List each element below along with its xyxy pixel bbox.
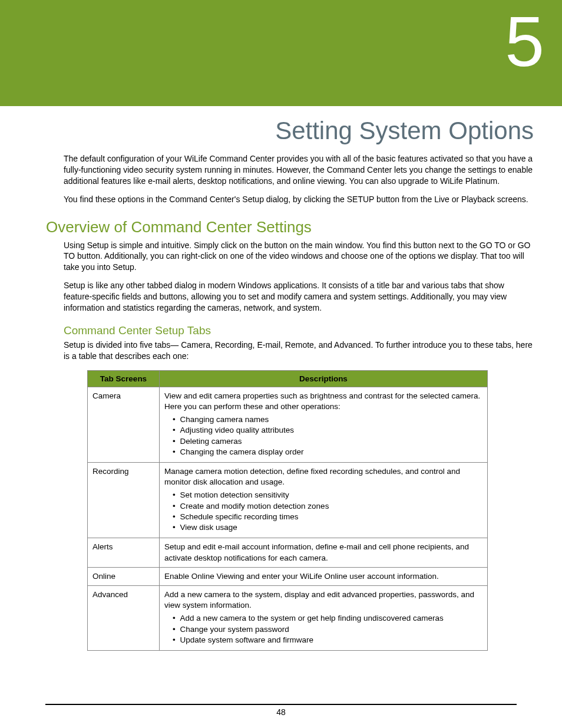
bullet-list: Add a new camera to the system or get he… xyxy=(164,613,482,645)
table-row: CameraView and edit camera properties su… xyxy=(88,387,488,462)
tab-description-cell: Setup and edit e-mail account informatio… xyxy=(160,538,488,567)
overview-paragraph-1: Using Setup is simple and intuitive. Sim… xyxy=(64,240,534,274)
tab-description-text: Setup and edit e-mail account informatio… xyxy=(164,542,482,563)
tab-description-text: Add a new camera to the system, display … xyxy=(164,589,482,611)
table-header-row: Tab Screens Descriptions xyxy=(88,370,488,387)
bullet-item: Adjusting video quality attributes xyxy=(180,425,482,436)
bullet-item: View disk usage xyxy=(180,522,482,533)
tab-description-cell: Manage camera motion detection, define f… xyxy=(160,463,488,538)
chapter-title: Setting System Options xyxy=(0,117,534,145)
tab-name-cell: Alerts xyxy=(88,538,160,567)
bullet-item: Changing camera names xyxy=(180,414,482,425)
page-container: 5 Setting System Options The default con… xyxy=(0,0,562,728)
overview-section: Overview of Command Center Settings xyxy=(0,218,562,236)
tab-description-cell: Enable Online Viewing and enter your WiL… xyxy=(160,567,488,585)
chapter-banner: 5 xyxy=(0,0,562,106)
bullet-item: Set motion detection sensitivity xyxy=(180,490,482,500)
bullet-list: Set motion detection sensitivityCreate a… xyxy=(164,490,482,533)
overview-body: Using Setup is simple and intuitive. Sim… xyxy=(0,240,562,314)
tab-description-text: Manage camera motion detection, define f… xyxy=(164,466,482,487)
bullet-item: Create and modify motion detection zones xyxy=(180,501,482,512)
tab-description-text: View and edit camera properties such as … xyxy=(164,391,482,412)
bullet-item: Deleting cameras xyxy=(180,436,482,447)
page-footer: 48 xyxy=(45,704,517,717)
bullet-item: Update system software and firmware xyxy=(180,635,482,645)
bullet-item: Add a new camera to the system or get he… xyxy=(180,613,482,624)
overview-paragraph-2: Setup is like any other tabbed dialog in… xyxy=(64,280,534,314)
tab-name-cell: Online xyxy=(88,567,160,585)
intro-section: The default configuration of your WiLife… xyxy=(0,153,562,205)
table-row: AlertsSetup and edit e-mail account info… xyxy=(88,538,488,567)
tab-description-cell: Add a new camera to the system, display … xyxy=(160,585,488,650)
chapter-number: 5 xyxy=(505,6,544,77)
table-header-tabscreens: Tab Screens xyxy=(88,370,160,387)
table-header-descriptions: Descriptions xyxy=(160,370,488,387)
tab-name-cell: Camera xyxy=(88,387,160,462)
intro-paragraph-2: You find these options in the Command Ce… xyxy=(64,194,534,205)
tabs-intro: Setup is divided into five tabs— Camera,… xyxy=(64,340,534,362)
bullet-item: Change your system password xyxy=(180,624,482,635)
tab-description-text: Enable Online Viewing and enter your WiL… xyxy=(164,571,482,582)
tab-name-cell: Recording xyxy=(88,463,160,538)
tabs-heading: Command Center Setup Tabs xyxy=(64,324,534,337)
tabs-table: Tab Screens Descriptions CameraView and … xyxy=(87,370,488,651)
table-row: RecordingManage camera motion detection,… xyxy=(88,463,488,538)
bullet-list: Changing camera namesAdjusting video qua… xyxy=(164,414,482,457)
tabs-section: Command Center Setup Tabs Setup is divid… xyxy=(0,324,562,651)
bullet-item: Schedule specific recording times xyxy=(180,512,482,522)
table-row: OnlineEnable Online Viewing and enter yo… xyxy=(88,567,488,585)
bullet-item: Changing the camera display order xyxy=(180,447,482,457)
tab-name-cell: Advanced xyxy=(88,585,160,650)
overview-heading: Overview of Command Center Settings xyxy=(46,218,534,236)
table-row: AdvancedAdd a new camera to the system, … xyxy=(88,585,488,650)
tab-description-cell: View and edit camera properties such as … xyxy=(160,387,488,462)
page-number: 48 xyxy=(276,707,286,717)
intro-paragraph-1: The default configuration of your WiLife… xyxy=(64,153,534,187)
